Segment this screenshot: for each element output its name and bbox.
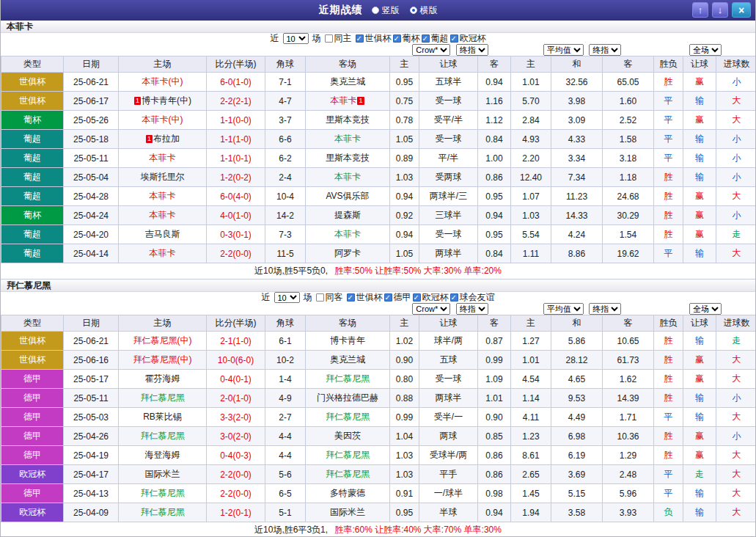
bookmaker-select[interactable]: Crow* [412,44,450,56]
corner-count: 6-1 [265,332,306,351]
score[interactable]: 1-2(0-2) [207,168,265,187]
away-team-name[interactable]: 本菲卡 [334,229,361,239]
league-filter[interactable]: 葡杯 [393,32,420,45]
corner-count: 6-2 [265,149,306,168]
home-team-name[interactable]: RB莱比锡 [143,412,182,422]
away-team-name[interactable]: 国际米兰 [330,507,365,517]
away-team-name[interactable]: 拜仁慕尼黑 [326,373,370,384]
result-goals: 大 [716,484,756,503]
close-button[interactable]: × [732,2,751,18]
away-team-name[interactable]: 拜仁慕尼黑 [326,412,370,422]
score[interactable]: 2-0(1-0) [207,389,265,408]
result-wdl: 负 [654,503,683,522]
away-team-name[interactable]: 多特蒙德 [330,488,365,498]
score[interactable]: 2-2(2-1) [207,92,265,111]
home-team-name[interactable]: 本菲卡 [150,191,176,201]
home-team-name[interactable]: 吉马良斯 [145,229,180,239]
summary-row: 近10场,胜6平3负1, 胜率:60% 让胜率:40% 大率:70% 单率:30… [1,522,755,537]
score[interactable]: 10-0(6-0) [207,351,265,370]
away-team-name[interactable]: 本菲卡 [334,134,361,144]
league-filter[interactable]: 欧冠杯 [413,291,449,304]
home-team-name[interactable]: 本菲卡(中) [142,114,183,125]
final-index-select[interactable]: 终指 [456,303,488,315]
home-team-name[interactable]: 本菲卡 [150,210,176,220]
away-team-name[interactable]: 阿罗卡 [334,248,361,258]
fulltime-select[interactable]: 全场 [689,303,722,315]
ah-home-odds: 1.03 [390,446,419,465]
score[interactable]: 0-4(0-3) [207,446,265,465]
score[interactable]: 2-2(0-0) [207,244,265,263]
same-venue-filter[interactable]: 同客 [316,291,343,304]
home-team-name[interactable]: 霍芬海姆 [145,373,180,384]
scroll-up-button[interactable]: ↑ [692,2,708,18]
eu-home-odds: 2.20 [511,149,551,168]
home-team-name[interactable]: 海登海姆 [145,450,180,460]
match-count-select[interactable]: 10 [283,33,309,44]
average-select[interactable]: 平均值 [543,303,584,315]
final-index-select-2[interactable]: 终指 [589,303,621,315]
result-wdl: 平 [654,92,683,111]
away-team-name[interactable]: 本菲卡 [330,95,356,106]
final-index-select-2[interactable]: 终指 [589,44,621,56]
home-team-name[interactable]: 博卡青年(中) [142,95,191,106]
league-filter[interactable]: 葡超 [422,32,449,45]
away-team-name[interactable]: 博卡青年 [330,335,365,346]
home-team-name[interactable]: 拜仁慕尼黑 [141,431,185,441]
score[interactable]: 6-0(4-0) [207,187,265,206]
score[interactable]: 1-2(0-1) [207,503,265,522]
column-header-row: 类型 日期 主场 比分(半场) 角球 客场 主 让球 客 主 和 客 胜负 让球… [1,56,756,73]
home-team-name[interactable]: 埃斯托里尔 [141,172,185,182]
away-team-name[interactable]: 拜仁慕尼黑 [326,469,370,479]
home-team-name[interactable]: 拜仁慕尼黑 [141,392,185,403]
league-filter[interactable]: 德甲 [384,291,411,304]
score[interactable]: 1-1(1-0) [207,130,265,149]
bookmaker-select[interactable]: Crow* [412,303,450,315]
league-filter[interactable]: 世俱杯 [347,291,383,304]
league-filter[interactable]: 球会友谊 [450,291,495,304]
final-index-select[interactable]: 终指 [456,44,488,56]
score[interactable]: 6-0(1-0) [207,73,265,92]
home-team-name[interactable]: 拜仁慕尼黑(中) [133,335,192,346]
score[interactable]: 3-0(2-0) [207,427,265,446]
league-filter[interactable]: 欧冠杯 [450,32,486,45]
radio-vertical-layout[interactable]: 竖版 [372,4,400,17]
home-team-name[interactable]: 本菲卡(中) [142,76,183,87]
match-row: 德甲25-05-03RB莱比锡3-3(2-0)2-7拜仁慕尼黑0.99受半/一0… [1,408,756,427]
same-venue-filter[interactable]: 同主 [325,32,352,45]
league-filter[interactable]: 世俱杯 [356,32,392,45]
home-team-name[interactable]: 布拉加 [153,134,180,144]
home-team-name[interactable]: 拜仁慕尼黑(中) [133,354,192,365]
scroll-down-button[interactable]: ↓ [712,2,728,18]
score[interactable]: 1-1(0-0) [207,111,265,130]
fulltime-select[interactable]: 全场 [689,44,722,56]
away-team-name[interactable]: 里斯本竞技 [326,114,370,125]
match-count-select[interactable]: 10 [274,292,300,303]
score[interactable]: 0-3(0-1) [207,225,265,244]
away-team-cell: 提森斯 [306,206,390,225]
ah-away-odds: 1.01 [478,389,511,408]
score[interactable]: 2-1(1-0) [207,332,265,351]
home-team-name[interactable]: 拜仁慕尼黑 [141,507,185,517]
score[interactable]: 1-1(0-1) [207,149,265,168]
score[interactable]: 3-3(2-0) [207,408,265,427]
away-team-name[interactable]: AVS俱乐部 [326,191,369,201]
radio-horizontal-layout[interactable]: 横版 [410,4,438,17]
away-team-name[interactable]: 奥克兰城 [330,354,365,365]
ah-handicap-line: 受一球 [419,130,478,149]
score[interactable]: 2-2(0-0) [207,484,265,503]
away-team-name[interactable]: 本菲卡 [334,172,361,182]
score[interactable]: 4-0(1-0) [207,206,265,225]
away-team-name[interactable]: 里斯本竞技 [326,153,370,163]
away-team-name[interactable]: 奥克兰城 [330,76,365,87]
score[interactable]: 0-4(0-1) [207,370,265,389]
average-select[interactable]: 平均值 [543,44,584,56]
score[interactable]: 2-2(0-0) [207,465,265,484]
home-team-name[interactable]: 本菲卡 [150,153,176,163]
home-team-name[interactable]: 国际米兰 [145,469,180,479]
away-team-name[interactable]: 美因茨 [334,431,361,441]
away-team-name[interactable]: 门兴格拉德巴赫 [317,392,378,403]
home-team-name[interactable]: 本菲卡 [150,248,176,258]
away-team-name[interactable]: 拜仁慕尼黑 [326,450,370,460]
home-team-name[interactable]: 拜仁慕尼黑 [141,488,185,498]
away-team-name[interactable]: 提森斯 [334,210,361,220]
